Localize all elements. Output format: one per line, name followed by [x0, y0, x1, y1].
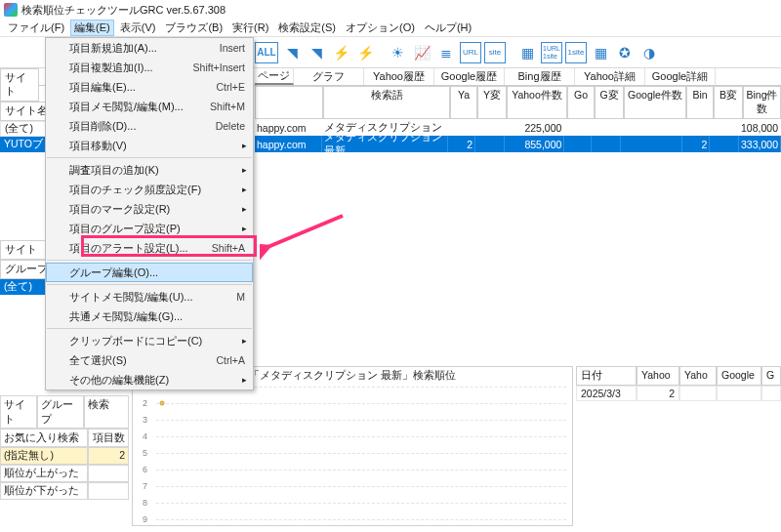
favorite-search-pane: サイト グループ 検索 お気に入り検索 項目数 (指定無し) 2 順位が上がった…	[0, 395, 129, 500]
menubar: ファイル(F) 編集(E) 表示(V) ブラウズ(B) 実行(R) 検索設定(S…	[0, 20, 781, 37]
menuitem-delete[interactable]: 項目削除(D)...Delete	[46, 116, 253, 136]
site-box-icon[interactable]: site	[484, 42, 506, 63]
wifi-k-icon[interactable]: ◥	[306, 42, 327, 63]
flash-repeat-icon[interactable]: ⚡	[354, 42, 376, 63]
site1-box-icon[interactable]: 1site	[565, 42, 587, 63]
table-header-row: 検索語 Ya Y変 Yahoo件数 Go G変 Google件数 Bin B変 …	[255, 86, 781, 119]
col-yv[interactable]: Y変	[477, 86, 507, 119]
menuitem-move[interactable]: 項目移動(V)	[46, 136, 253, 155]
tab-page[interactable]: ページ	[255, 68, 294, 85]
svg-line-0	[266, 216, 343, 248]
menu-run[interactable]: 実行(R)	[228, 20, 272, 36]
magnify-icon[interactable]: ✪	[614, 42, 636, 63]
toolbar-all-icon[interactable]: ALL	[255, 42, 278, 63]
tab-bing-history[interactable]: Bing履歴	[505, 68, 575, 85]
grid-icon[interactable]: ▦	[516, 42, 538, 63]
menuitem-add-survey[interactable]: 調査項目の追加(K)	[46, 160, 253, 180]
col-bc[interactable]: Bing件数	[743, 86, 781, 119]
site-list-tab[interactable]: サイト	[0, 68, 39, 102]
app-icon	[4, 3, 18, 17]
menuitem-memo[interactable]: 項目メモ閲覧/編集(M)...Shift+M	[46, 97, 253, 116]
menuitem-check-freq[interactable]: 項目のチェック頻度設定(F)	[46, 180, 253, 199]
menu-divider	[47, 157, 252, 158]
menuitem-sitememo[interactable]: サイトメモ閲覧/編集(U)...M	[46, 287, 253, 307]
lines-icon[interactable]: ≣	[435, 42, 457, 63]
list-item[interactable]: (指定無し) 2	[0, 447, 129, 465]
col-go[interactable]: Go	[567, 86, 595, 119]
wifi-icon[interactable]: ◥	[281, 42, 303, 63]
menuitem-clipboard[interactable]: クリップボードにコピー(C)	[46, 331, 253, 350]
col-yahoo[interactable]: Yahoo	[637, 366, 679, 386]
menuitem-add-new[interactable]: 項目新規追加(A)...Insert	[46, 38, 253, 58]
list-item[interactable]: 順位が上がった	[0, 465, 129, 482]
col-yc[interactable]: Yahoo件数	[507, 86, 567, 119]
menu-divider	[47, 260, 252, 261]
col-google[interactable]: Google	[717, 366, 761, 386]
group-icon[interactable]: ◑	[638, 42, 660, 63]
menuitem-common-memo[interactable]: 共通メモ閲覧/編集(G)...	[46, 307, 253, 326]
table-row[interactable]: happy.com メタディスクリプション 最新 2 855,000 2 333…	[255, 136, 781, 152]
menu-option[interactable]: オプション(O)	[342, 20, 419, 36]
url-box-icon[interactable]: URL	[460, 42, 481, 63]
main-data-table: 検索語 Ya Y変 Yahoo件数 Go G変 Google件数 Bin B変 …	[255, 86, 781, 152]
col-g[interactable]: G	[761, 366, 781, 386]
history-table: 日付 Yahoo Yaho Google G 2025/3/3 2	[576, 366, 781, 401]
col-keyword[interactable]: 検索語	[323, 86, 450, 119]
menuitem-alert[interactable]: 項目のアラート設定(L)...Shift+A	[46, 238, 253, 258]
col-bi[interactable]: Bin	[686, 86, 714, 119]
tab-google-detail[interactable]: Google詳細	[645, 68, 716, 85]
col-date[interactable]: 日付	[576, 366, 637, 386]
app-title: 検索順位チェックツールGRC ver.5.67.308	[21, 3, 226, 18]
list-item[interactable]: 順位が下がった	[0, 482, 129, 500]
tab-yahoo-detail[interactable]: Yahoo詳細	[575, 68, 645, 85]
menuitem-other-edit[interactable]: その他の編集機能(Z)	[46, 370, 253, 389]
tab-search[interactable]: 検索	[84, 395, 129, 429]
menu-view[interactable]: 表示(V)	[116, 20, 160, 36]
menuitem-group-edit[interactable]: グループ編集(O)...	[46, 263, 253, 282]
annotation-arrow-icon	[260, 213, 348, 262]
menuitem-duplicate[interactable]: 項目複製追加(I)...Shift+Insert	[46, 58, 253, 77]
menu-divider	[47, 284, 252, 285]
table-row[interactable]: 2025/3/3 2	[576, 386, 781, 401]
tab-graph[interactable]: グラフ	[294, 68, 364, 85]
col-bv[interactable]: B変	[714, 86, 743, 119]
tab-google-history[interactable]: Google履歴	[434, 68, 505, 85]
tab-yahoo-history[interactable]: Yahoo履歴	[364, 68, 434, 85]
menuitem-group-setting[interactable]: 項目のグループ設定(P)	[46, 219, 253, 238]
col-fav-search[interactable]: お気に入り検索	[0, 429, 88, 447]
upload-icon[interactable]: 📈	[411, 42, 432, 63]
tab-site[interactable]: サイト	[0, 395, 37, 429]
date-grid-icon[interactable]: ▦	[590, 42, 611, 63]
col-item-count[interactable]: 項目数	[88, 429, 129, 447]
menu-file[interactable]: ファイル(F)	[4, 20, 68, 36]
menu-browse[interactable]: ブラウズ(B)	[161, 20, 226, 36]
flash-icon[interactable]: ⚡	[330, 42, 351, 63]
col-gv[interactable]: G変	[595, 86, 624, 119]
col-yahoo2[interactable]: Yaho	[679, 366, 717, 386]
menu-edit[interactable]: 編集(E)	[70, 20, 114, 36]
tab-group[interactable]: グループ	[37, 395, 84, 429]
calendar-icon[interactable]: ☀	[387, 42, 408, 63]
menu-search-settings[interactable]: 検索設定(S)	[274, 20, 340, 36]
menuitem-select-all[interactable]: 全て選択(S)Ctrl+A	[46, 350, 253, 370]
col-gc[interactable]: Google件数	[624, 86, 686, 119]
chart-data-point	[160, 401, 165, 406]
menu-divider	[47, 328, 252, 329]
url1-box-icon[interactable]: 1URL1site	[541, 42, 562, 63]
menuitem-mark[interactable]: 項目のマーク設定(R)	[46, 199, 253, 219]
edit-menu-dropdown: 項目新規追加(A)...Insert 項目複製追加(I)...Shift+Ins…	[45, 37, 254, 390]
col-ya[interactable]: Ya	[450, 86, 477, 119]
menu-help[interactable]: ヘルプ(H)	[421, 20, 475, 36]
menuitem-edit[interactable]: 項目編集(E)...Ctrl+E	[46, 77, 253, 97]
